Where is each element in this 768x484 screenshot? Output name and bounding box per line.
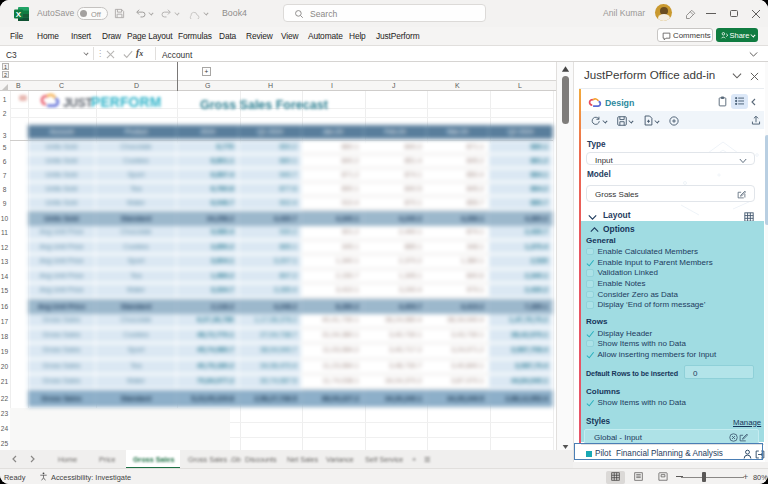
svg-text:X: X (16, 10, 22, 19)
